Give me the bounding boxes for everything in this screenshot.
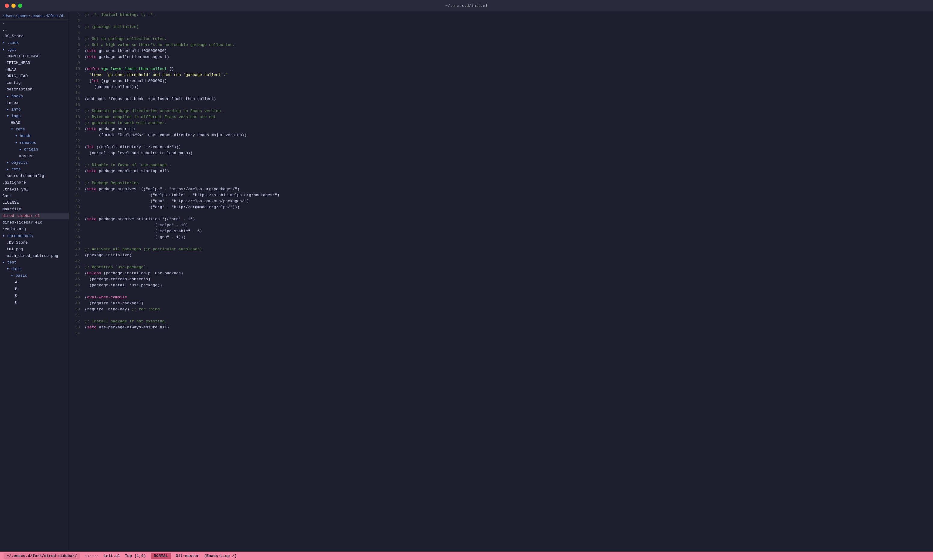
code-line: 29;; Package Repositories [69,181,933,187]
tree-label: config [7,80,21,86]
sidebar-item[interactable]: ▾ data [0,266,69,272]
code-view[interactable]: 1;; -*- lexical-binding: t; -*-23;; (pac… [69,11,933,552]
sidebar-item[interactable]: HEAD [0,66,69,73]
sidebar-item[interactable]: ▸ info [0,106,69,113]
sidebar-item[interactable]: dired-sidebar.el [0,213,69,219]
sidebar-item[interactable]: D [0,299,69,306]
line-content: (package-install 'use-package)) [85,283,931,288]
sidebar-item[interactable]: Cask [0,193,69,200]
line-number: 37 [72,229,80,234]
line-number: 8 [72,55,80,59]
sidebar-item[interactable]: ▸ hooks [0,93,69,100]
sidebar-item[interactable]: . [0,20,69,26]
line-number: 15 [72,97,80,101]
code-line: 34 [69,211,933,217]
sidebar-item[interactable]: ▸ objects [0,160,69,166]
sidebar-item[interactable]: with_dired_subtree.png [0,253,69,259]
status-mode: NORMAL [151,553,171,559]
tree-label: ▾ test [2,260,17,266]
code-line: 45 (package-refresh-contents) [69,277,933,283]
code-line: 54 [69,331,933,337]
code-line: 2 [69,18,933,25]
line-number: 45 [72,277,80,282]
code-line: 50(require 'bind-key) ;; for :bind [69,307,933,313]
code-line: 48(eval-when-compile [69,295,933,301]
code-line: 8(setq garbage-collection-messages t) [69,55,933,61]
line-number: 9 [72,61,80,65]
line-number: 31 [72,193,80,197]
line-number: 14 [72,91,80,95]
sidebar-item[interactable]: HEAD [0,120,69,126]
sidebar-item[interactable]: ▾ refs [0,126,69,133]
sidebar-item[interactable]: description [0,86,69,93]
line-content: (unless (package-installed-p 'use-packag… [85,271,931,275]
tree-label: index [7,100,18,106]
sidebar-item[interactable]: Makefile [0,206,69,213]
sidebar-item[interactable]: readme.org [0,226,69,232]
sidebar-item[interactable]: FETCH_HEAD [0,60,69,66]
sidebar-item[interactable]: ▸ origin [0,146,69,153]
sidebar-item[interactable]: C [0,292,69,299]
sidebar-item[interactable]: A [0,279,69,286]
sidebar-item[interactable]: .DS_Store [0,33,69,40]
status-separator: -:---- [85,554,99,558]
sidebar-item[interactable]: tui.png [0,246,69,253]
sidebar-item[interactable]: ▾ logs [0,113,69,120]
sidebar-item[interactable]: ▾ heads [0,133,69,139]
sidebar-item[interactable]: COMMIT_EDITMSG [0,53,69,60]
sidebar-item[interactable]: index [0,100,69,106]
file-sidebar[interactable]: /Users/james/.emacs.d/fork/dired-side▶ .… [0,11,69,552]
sidebar-item[interactable]: ORIG_HEAD [0,73,69,80]
line-content: (setq package-enable-at-startup nil) [85,169,931,173]
sidebar-item[interactable]: ▸ .cask [0,40,69,46]
line-number: 23 [72,145,80,149]
code-line: 53(setq use-package-always-ensure nil) [69,325,933,331]
sidebar-item[interactable]: ▾ remotes [0,140,69,146]
line-content: (setq package-archives '(("melpa" . "htt… [85,187,931,191]
sidebar-item[interactable]: ▾ .git [0,46,69,53]
code-line: 19;; guaranteed to work with another. [69,121,933,127]
tree-label: Makefile [2,206,21,212]
code-line: 31 ("melpa-stable" . "https://stable.mel… [69,193,933,199]
line-number: 48 [72,295,80,300]
line-content: (setq package-archive-priorities '(("org… [85,217,931,222]
tree-label: tui.png [7,246,23,252]
sidebar-item[interactable]: sourcetreeconfig [0,173,69,179]
sidebar-item[interactable]: .travis.yml [0,186,69,193]
minimize-button[interactable] [11,4,15,8]
line-content: (let ((default-directory "~/.emacs.d/"))… [85,145,931,149]
line-content: ;; (package-initialize) [85,25,931,29]
code-line: 13 (garbage-collect))) [69,85,933,91]
sidebar-item[interactable]: .DS_Store [0,240,69,246]
sidebar-item[interactable]: LICENSE [0,200,69,206]
sidebar-item[interactable]: master [0,153,69,160]
code-line: 39 [69,241,933,247]
sidebar-item[interactable]: config [0,80,69,86]
code-line: 46 (package-install 'use-package)) [69,283,933,289]
maximize-button[interactable] [18,4,22,8]
tree-label: D [15,300,17,306]
code-line: 22 [69,139,933,145]
sidebar-item[interactable]: .. [0,26,69,33]
tree-label: ▾ heads [15,133,32,139]
code-line: 5;; Set up garbage collection rules. [69,37,933,43]
sidebar-item[interactable]: dired-sidebar.elc [0,219,69,226]
sidebar-item[interactable]: ▾ test [0,259,69,266]
line-number: 22 [72,139,80,143]
code-line: 51 [69,313,933,319]
editor-area: 1;; -*- lexical-binding: t; -*-23;; (pac… [69,11,933,552]
code-line: 26;; Disable in favor of `use-package`. [69,163,933,169]
line-content: (package-initialize) [85,253,931,257]
line-content: ;; -*- lexical-binding: t; -*- [85,12,931,17]
sidebar-item[interactable]: B [0,286,69,292]
line-number: 39 [72,241,80,245]
sidebar-item[interactable]: ▾ basic [0,272,69,279]
line-content: (require 'bind-key) ;; for :bind [85,307,931,312]
tree-label: dired-sidebar.elc [2,220,42,226]
sidebar-item[interactable]: ▾ screenshots [0,233,69,240]
sidebar-item[interactable]: ▸ refs [0,166,69,173]
sidebar-item[interactable]: .gitignore [0,179,69,186]
close-button[interactable] [5,4,9,8]
tree-label: .gitignore [2,180,26,186]
line-content: (defun +gc-lower-limit-then-collect () [85,67,931,71]
